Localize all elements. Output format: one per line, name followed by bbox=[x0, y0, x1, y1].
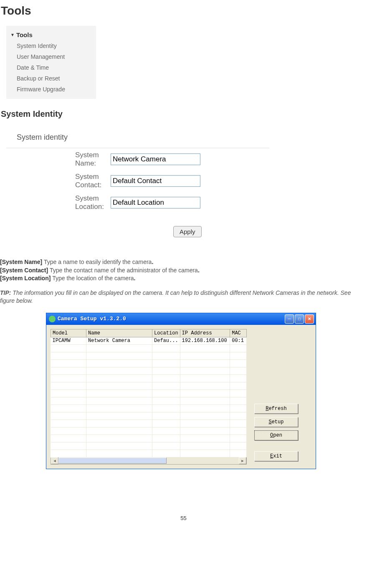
scroll-left-icon[interactable]: ◄ bbox=[51, 457, 58, 464]
window-titlebar[interactable]: Camera Setup v1.3.2.0 ─ □ ✕ bbox=[46, 313, 316, 325]
camera-table[interactable]: Model Name Location IP Address MAC IPCAM… bbox=[51, 329, 247, 457]
description-system-name: [System Name] Type a name to easily iden… bbox=[0, 258, 367, 266]
tools-item-backup-reset[interactable]: Backup or Reset bbox=[6, 73, 96, 84]
descriptions: [System Name] Type a name to easily iden… bbox=[0, 258, 367, 283]
panel-header: System identity bbox=[6, 127, 269, 148]
scroll-track[interactable] bbox=[58, 457, 239, 464]
section-title: System Identity bbox=[1, 109, 367, 119]
table-row[interactable] bbox=[51, 435, 247, 442]
form-row-system-name: System Name: bbox=[6, 148, 269, 170]
cell-mac: 00:1 bbox=[230, 337, 247, 344]
table-area: Model Name Location IP Address MAC IPCAM… bbox=[51, 329, 247, 465]
system-location-label: System Location: bbox=[6, 194, 111, 211]
minimize-button[interactable]: ─ bbox=[285, 314, 294, 324]
scroll-right-icon[interactable]: ► bbox=[239, 457, 246, 464]
table-row[interactable] bbox=[51, 367, 247, 374]
table-row[interactable] bbox=[51, 352, 247, 359]
table-row[interactable] bbox=[51, 382, 247, 389]
page-title: Tools bbox=[0, 4, 367, 18]
exit-button[interactable]: Exit bbox=[254, 451, 298, 461]
system-location-input[interactable] bbox=[111, 197, 200, 209]
system-name-label: System Name: bbox=[6, 151, 111, 168]
col-location[interactable]: Location bbox=[152, 329, 180, 337]
tip-label: TIP: bbox=[0, 289, 13, 296]
table-row[interactable] bbox=[51, 374, 247, 382]
table-row[interactable] bbox=[51, 397, 247, 405]
table-row[interactable] bbox=[51, 344, 247, 352]
col-mac[interactable]: MAC bbox=[230, 329, 247, 337]
col-ip[interactable]: IP Address bbox=[180, 329, 230, 337]
table-row[interactable] bbox=[51, 412, 247, 420]
table-row[interactable] bbox=[51, 427, 247, 435]
table-row[interactable] bbox=[51, 389, 247, 397]
horizontal-scrollbar[interactable]: ◄ ► bbox=[51, 457, 247, 465]
col-name[interactable]: Name bbox=[86, 329, 152, 337]
table-header-row: Model Name Location IP Address MAC bbox=[51, 329, 247, 337]
table-row[interactable] bbox=[51, 359, 247, 367]
system-contact-label: System Contact: bbox=[6, 173, 111, 189]
form-row-system-location: System Location: bbox=[6, 192, 269, 214]
tools-menu-header[interactable]: ▼ Tools bbox=[6, 29, 96, 40]
system-contact-input[interactable] bbox=[111, 175, 200, 187]
cell-model: IPCAMW bbox=[51, 337, 86, 344]
tools-item-date-time[interactable]: Date & Time bbox=[6, 62, 96, 73]
app-icon bbox=[49, 316, 56, 322]
chevron-down-icon: ▼ bbox=[10, 33, 15, 37]
form-row-system-contact: System Contact: bbox=[6, 170, 269, 192]
system-name-input[interactable] bbox=[111, 153, 200, 165]
tip-text: The information you fill in can be displ… bbox=[0, 289, 351, 304]
open-button[interactable]: Open bbox=[254, 430, 298, 440]
window-body: Model Name Location IP Address MAC IPCAM… bbox=[46, 325, 316, 469]
table-row[interactable]: IPCAMW Network Camera Defau... 192.168.1… bbox=[51, 337, 247, 344]
description-system-location: [System Location] Type the location of t… bbox=[0, 274, 367, 283]
description-system-contact: [System Contact] Type the contact name o… bbox=[0, 266, 367, 275]
system-identity-panel: System identity System Name: System Cont… bbox=[6, 127, 269, 237]
tools-item-firmware-upgrade[interactable]: Firmware Upgrade bbox=[6, 84, 96, 95]
button-area: Refresh Setup Open Exit bbox=[247, 329, 311, 465]
cell-location: Defau... bbox=[152, 337, 180, 344]
tools-menu: ▼ Tools System Identity User Management … bbox=[6, 26, 96, 99]
table-row[interactable] bbox=[51, 420, 247, 427]
apply-button[interactable]: Apply bbox=[173, 226, 202, 237]
tools-item-system-identity[interactable]: System Identity bbox=[6, 40, 96, 51]
window-title: Camera Setup v1.3.2.0 bbox=[58, 316, 126, 322]
page-number: 55 bbox=[0, 515, 367, 525]
setup-button[interactable]: Setup bbox=[254, 417, 298, 427]
close-button[interactable]: ✕ bbox=[305, 314, 314, 324]
tip-block: TIP: The information you fill in can be … bbox=[0, 289, 367, 305]
table-row[interactable] bbox=[51, 442, 247, 450]
cell-ip: 192.168.168.100 bbox=[180, 337, 230, 344]
cell-name: Network Camera bbox=[86, 337, 152, 344]
table-row[interactable] bbox=[51, 450, 247, 457]
camera-setup-window: Camera Setup v1.3.2.0 ─ □ ✕ Model Name L… bbox=[46, 313, 316, 469]
col-model[interactable]: Model bbox=[51, 329, 86, 337]
maximize-button[interactable]: □ bbox=[295, 314, 304, 324]
refresh-button[interactable]: Refresh bbox=[254, 404, 298, 414]
tools-header-label: Tools bbox=[16, 31, 33, 38]
tools-item-user-management[interactable]: User Management bbox=[6, 51, 96, 62]
scroll-thumb[interactable] bbox=[58, 457, 167, 464]
table-row[interactable] bbox=[51, 405, 247, 412]
